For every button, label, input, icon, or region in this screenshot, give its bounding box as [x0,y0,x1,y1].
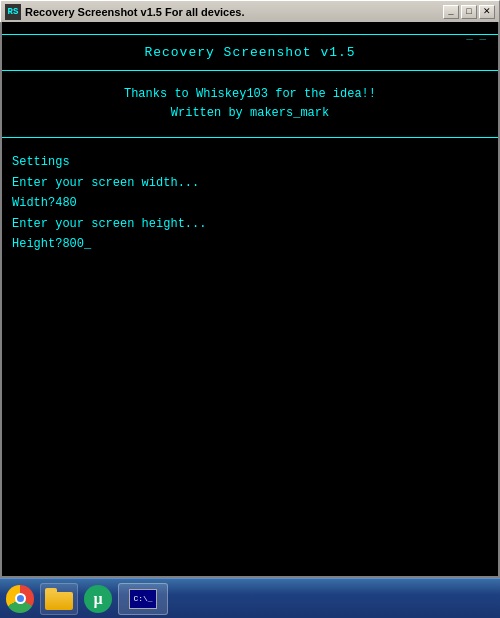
minimize-button[interactable]: _ [443,5,459,19]
maximize-button[interactable]: □ [461,5,477,19]
thanks-section: Thanks to Whiskey103 for the idea!! Writ… [2,75,498,133]
window-content: _ _ Recovery Screenshot v1.5 Thanks to W… [0,22,500,578]
settings-section: Settings Enter your screen width... Widt… [2,142,498,264]
cmd-taskbar-button[interactable]: C:\_ [118,583,168,615]
app-title: Recovery Screenshot v1.5 [2,45,498,60]
top-divider [2,34,498,35]
chrome-icon-inner [15,593,26,604]
chrome-icon [6,585,34,613]
utorrent-taskbar-button[interactable]: µ [80,583,116,615]
width-value: Width?480 [12,193,488,213]
thanks-line1: Thanks to Whiskey103 for the idea!! [2,85,498,104]
folder-icon [45,588,73,610]
utorrent-icon: µ [84,585,112,613]
app-title-section: Recovery Screenshot v1.5 [2,39,498,66]
height-prompt: Enter your screen height... [12,214,488,234]
height-value: Height?800_ [12,234,488,254]
title-bar-text: Recovery Screenshot v1.5 For all devices… [25,6,443,18]
taskbar: µ C:\_ [0,578,500,618]
app-icon: RS [5,4,21,20]
cmd-icon-text: C:\_ [133,594,152,603]
cmd-icon: C:\_ [129,589,157,609]
settings-label: Settings [12,152,488,172]
scroll-indicator: _ _ [466,30,486,42]
thanks-line2: Written by makers_mark [2,104,498,123]
window-controls: _ □ ✕ [443,5,495,19]
width-prompt: Enter your screen width... [12,173,488,193]
chrome-taskbar-button[interactable] [2,583,38,615]
bottom-divider [2,137,498,138]
close-button[interactable]: ✕ [479,5,495,19]
terminal: Recovery Screenshot v1.5 Thanks to Whisk… [2,22,498,576]
explorer-taskbar-button[interactable] [40,583,78,615]
cmd-icon-wrap: C:\_ [129,589,157,609]
mid-divider [2,70,498,71]
title-bar: RS Recovery Screenshot v1.5 For all devi… [0,0,500,22]
folder-body [45,592,73,610]
